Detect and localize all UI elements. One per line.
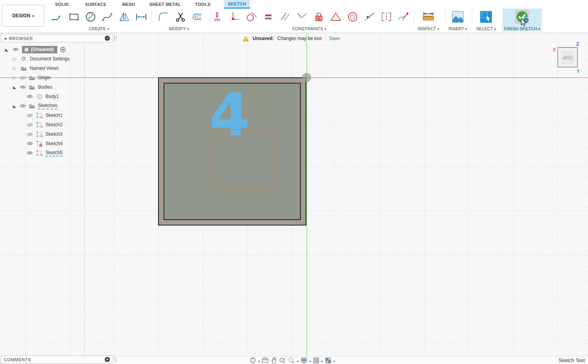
- eye-hidden-icon[interactable]: [27, 131, 33, 137]
- tree-row-sketch5[interactable]: Sketch5: [0, 148, 118, 158]
- insert-group-dropdown[interactable]: INSERT: [442, 26, 473, 31]
- tree-item-label[interactable]: Sketch3: [46, 131, 62, 137]
- tree-row-sketch3[interactable]: Sketch3: [0, 129, 118, 139]
- collapsed-arrow-icon[interactable]: ▷: [12, 66, 17, 71]
- eye-hidden-icon[interactable]: [20, 75, 26, 81]
- tree-item-label[interactable]: Named Views: [30, 66, 59, 71]
- finish-sketch-dropdown[interactable]: FINISH SKETCH: [503, 26, 541, 31]
- eye-visible-icon[interactable]: [27, 150, 33, 156]
- eye-visible-icon[interactable]: [27, 140, 33, 147]
- select-tool[interactable]: [479, 10, 493, 24]
- tree-item-label[interactable]: Bodies: [38, 84, 53, 90]
- tab-mesh[interactable]: MESH: [118, 0, 140, 9]
- tree-item-label[interactable]: Document Settings: [30, 56, 69, 62]
- active-document-chip[interactable]: (Unsaved): [22, 46, 57, 53]
- tab-tools[interactable]: TOOLS: [190, 0, 215, 9]
- pan-tool[interactable]: [271, 357, 277, 364]
- orbit-tool[interactable]: [249, 357, 256, 364]
- sketch-text-bounding-box[interactable]: [213, 129, 272, 188]
- view-cube-top-face[interactable]: TOP: [561, 51, 574, 64]
- tab-solid[interactable]: SOLID: [51, 0, 73, 9]
- sketch-trim-tool[interactable]: [174, 10, 187, 24]
- collapse-left-icon[interactable]: ◂◂: [4, 36, 6, 40]
- constraint-collinear[interactable]: [363, 10, 376, 24]
- modify-group-dropdown[interactable]: MODIFY: [155, 26, 202, 31]
- zoom-tool[interactable]: ±: [279, 357, 286, 364]
- insert-image-tool[interactable]: [451, 10, 464, 24]
- select-group-dropdown[interactable]: SELECT: [470, 26, 502, 31]
- tree-item-label[interactable]: Body1: [46, 94, 59, 99]
- sketch-fillet-tool[interactable]: [157, 10, 170, 24]
- eye-hidden-icon[interactable]: [27, 112, 33, 118]
- eye-visible-icon[interactable]: [13, 46, 19, 53]
- tree-row-sketch4[interactable]: Sketch4: [0, 139, 118, 148]
- origin-point[interactable]: [302, 73, 311, 82]
- eye-visible-icon[interactable]: [20, 84, 26, 90]
- tree-row-named-views[interactable]: ▷ Named Views: [0, 64, 118, 73]
- tree-row-sketch1[interactable]: Sketch1: [0, 111, 118, 120]
- sketch-line-tool[interactable]: [50, 10, 64, 24]
- look-at-tool[interactable]: [262, 357, 269, 363]
- comments-panel-header[interactable]: COMMENTS +: [1, 355, 113, 364]
- tree-row-origin[interactable]: ▷ Origin: [0, 73, 118, 82]
- tree-row-body1[interactable]: Body1: [0, 92, 118, 101]
- grid-dropdown-icon[interactable]: [321, 357, 323, 364]
- tree-item-label[interactable]: Origin: [38, 75, 51, 80]
- tree-row-sketch2[interactable]: Sketch2: [0, 120, 118, 129]
- tab-sheet-metal[interactable]: SHEET METAL: [146, 0, 184, 9]
- tree-item-label[interactable]: Sketch1: [46, 113, 62, 118]
- tree-row-document[interactable]: ◣ (Unsaved): [0, 45, 118, 54]
- expand-icon[interactable]: ◣: [12, 85, 17, 89]
- viewports-tool[interactable]: [325, 357, 331, 364]
- constraint-curvature[interactable]: [397, 10, 410, 24]
- eye-visible-icon[interactable]: [27, 93, 33, 100]
- create-group-dropdown[interactable]: CREATE: [75, 26, 122, 31]
- tab-sketch[interactable]: SKETCH: [224, 0, 250, 9]
- tree-row-bodies[interactable]: ◣ Bodies: [0, 82, 118, 92]
- sketch-mirror-tool[interactable]: [118, 10, 131, 24]
- save-link[interactable]: Save: [329, 36, 340, 41]
- sketch-circle-tool[interactable]: [84, 10, 97, 24]
- browser-panel-header[interactable]: ◂◂ BROWSER −: [1, 34, 113, 42]
- view-cube[interactable]: TOP X Z Y: [557, 47, 578, 67]
- tree-item-label[interactable]: Sketch2: [46, 122, 62, 127]
- inspect-group-dropdown[interactable]: INSPECT: [413, 26, 444, 31]
- collapsed-arrow-icon[interactable]: ▷: [12, 56, 17, 62]
- constraint-tangent[interactable]: [245, 10, 258, 24]
- eye-hidden-icon[interactable]: [27, 122, 33, 128]
- fit-zoom-window-tool[interactable]: [288, 357, 295, 364]
- inspect-measure-tool[interactable]: [422, 10, 435, 24]
- comments-add-icon[interactable]: +: [105, 357, 110, 362]
- expand-icon[interactable]: ◣: [4, 47, 9, 52]
- sketch-dimension-tool[interactable]: [135, 10, 148, 24]
- radio-activate-icon[interactable]: [60, 46, 66, 53]
- grid-settings-tool[interactable]: [313, 357, 319, 364]
- collapsed-arrow-icon[interactable]: ▷: [12, 75, 17, 80]
- tree-row-document-settings[interactable]: ▷ ⚙ Document Settings: [0, 54, 118, 64]
- orbit-dropdown-icon[interactable]: [258, 357, 260, 364]
- constraint-concentric[interactable]: [346, 10, 359, 24]
- comments-panel-grip[interactable]: [115, 357, 117, 362]
- tree-item-label[interactable]: Sketch4: [46, 141, 62, 146]
- tree-item-label[interactable]: Sketches: [38, 103, 57, 109]
- constraint-perpendicular[interactable]: [295, 10, 309, 24]
- eye-visible-icon[interactable]: [20, 103, 26, 109]
- browser-panel-grip[interactable]: [115, 36, 117, 41]
- design-workspace-menu[interactable]: DESIGN: [2, 5, 44, 27]
- tree-row-sketches[interactable]: ◣ Sketches: [0, 101, 118, 111]
- constraint-symmetry[interactable]: [380, 10, 393, 24]
- expand-icon[interactable]: ◣: [12, 104, 17, 108]
- tab-surface[interactable]: SURFACE: [80, 0, 112, 9]
- browser-minimize-icon[interactable]: −: [105, 36, 110, 41]
- constraint-coincident[interactable]: [228, 10, 241, 24]
- sketch-spline-tool[interactable]: [101, 10, 114, 24]
- constraint-midpoint[interactable]: [329, 10, 342, 24]
- sketch-rectangle-tool[interactable]: [67, 10, 80, 24]
- viewports-dropdown-icon[interactable]: [333, 357, 335, 364]
- zoom-dropdown-icon[interactable]: [297, 357, 299, 364]
- tree-item-label[interactable]: Sketch5: [46, 150, 62, 157]
- constraint-equal[interactable]: [262, 10, 275, 24]
- constraint-parallel[interactable]: [279, 10, 292, 24]
- constraint-fix-unfix[interactable]: [312, 10, 326, 24]
- constraints-group-dropdown[interactable]: CONSTRAINTS: [282, 26, 337, 31]
